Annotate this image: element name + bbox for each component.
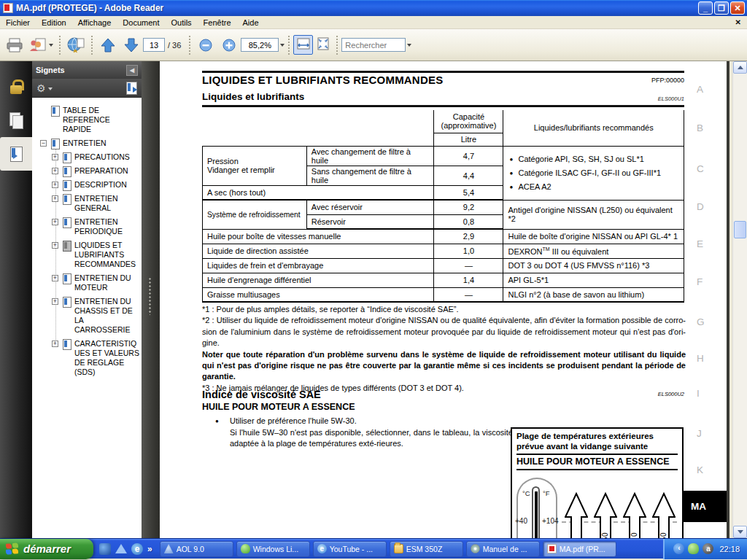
footnote-1: *1 : Pour de plus amples détails, se rep…	[202, 304, 686, 315]
search-input[interactable]	[341, 38, 406, 52]
bookmark-item-entretien-moteur[interactable]: + ENTRETIEN DU MOTEUR	[32, 271, 142, 295]
panel-splitter[interactable]	[142, 61, 160, 538]
task-button-windows-live[interactable]: Windows Li...	[236, 541, 310, 557]
celsius-label: °C	[522, 489, 530, 497]
bookmark-item-entretien-chassis[interactable]: + ENTRETIEN DU CHASSIS ET DE LA CARROSSE…	[32, 295, 142, 337]
expand-expander-icon[interactable]: +	[52, 195, 58, 202]
bookmarks-tab[interactable]	[0, 137, 32, 171]
arrow-down-icon	[123, 37, 139, 53]
title-rule-top	[202, 71, 684, 73]
close-document-icon[interactable]: ✕	[735, 18, 741, 26]
bookmark-item-entretien-general[interactable]: + ENTRETIEN GENERAL	[32, 192, 142, 215]
menu-edition[interactable]: Edition	[36, 17, 72, 28]
next-page-button[interactable]	[120, 34, 143, 57]
menu-fenetre[interactable]: Fenêtre	[198, 17, 237, 28]
zoom-caret-icon[interactable]	[280, 44, 285, 49]
internet-explorer-icon[interactable]: e	[131, 543, 143, 555]
page-number-input[interactable]	[143, 38, 165, 52]
expand-expander-icon[interactable]: +	[52, 219, 58, 225]
expand-expander-icon[interactable]: +	[52, 182, 58, 188]
menu-aide[interactable]: Aide	[237, 17, 265, 28]
aol-quick-icon[interactable]	[115, 544, 127, 553]
scroll-up-button[interactable]	[733, 61, 747, 74]
cell-cooling-system: Système de refroidissement	[203, 200, 307, 229]
share-button[interactable]	[26, 34, 55, 57]
fit-page-icon	[316, 36, 330, 54]
menu-affichage[interactable]: Affichage	[72, 17, 117, 28]
menu-bar: Fichier Edition Affichage Document Outil…	[0, 16, 747, 29]
expand-expander-icon[interactable]: +	[52, 154, 58, 160]
window-title: MA.pdf (PROTEGE) - Adobe Reader	[16, 3, 697, 13]
table-header-empty	[203, 110, 434, 146]
bookmark-item-entretien[interactable]: − ENTRETIEN	[32, 136, 142, 150]
panel-toolbar: ⚙	[32, 79, 142, 98]
collapse-panel-button[interactable]: ◀	[126, 65, 138, 76]
menu-fichier[interactable]: Fichier	[0, 17, 36, 28]
expand-expander-icon[interactable]: +	[52, 275, 58, 281]
close-button[interactable]: ✕	[730, 1, 745, 15]
gear-caret-icon[interactable]	[48, 88, 53, 93]
scrollbar-thumb[interactable]	[734, 221, 746, 238]
zoom-out-button[interactable]	[194, 34, 217, 57]
chevron-more-icon[interactable]: »	[147, 544, 152, 554]
margin-letter: H	[697, 353, 704, 364]
bookmark-item-table-de-reference[interactable]: TABLE DE REFERENCE RAPIDE	[32, 104, 142, 136]
bookmark-item-preparation[interactable]: + PREPARATION	[32, 164, 142, 178]
bookmark-item-precautions[interactable]: + PRECAUTIONS	[32, 150, 142, 164]
thermometer-tube	[532, 486, 540, 538]
globe-star-icon	[66, 36, 85, 54]
bookmark-item-description[interactable]: + DESCRIPTION	[32, 178, 142, 192]
task-button-esm-350z[interactable]: ESM 350Z	[390, 541, 463, 557]
task-button-ma-pdf[interactable]: MA.pdf (PR...	[543, 541, 616, 557]
bookmark-item-caracteristiques[interactable]: + CARACTERISTIQUES ET VALEURS DE REGLAGE…	[32, 337, 142, 379]
internet-explorer-icon: e	[317, 544, 327, 553]
lock-icon	[10, 79, 22, 94]
task-button-youtube[interactable]: e YouTube - ...	[313, 541, 387, 557]
fit-page-button[interactable]	[313, 35, 333, 55]
expand-expander-icon[interactable]: +	[52, 298, 58, 305]
pages-tab[interactable]	[0, 104, 32, 137]
scroll-down-button[interactable]	[733, 526, 747, 538]
splitter-handle-icon[interactable]	[148, 277, 152, 315]
task-button-manuel[interactable]: Manuel de ...	[466, 541, 540, 557]
margin-letter: G	[697, 316, 705, 327]
search-caret-icon[interactable]	[407, 44, 411, 49]
print-button[interactable]	[3, 34, 26, 57]
menu-outils[interactable]: Outils	[165, 17, 197, 28]
minimize-button[interactable]: _	[698, 1, 713, 15]
nav-strip	[0, 61, 32, 538]
collapse-expander-icon[interactable]: −	[40, 140, 47, 147]
scrollbar-track[interactable]	[733, 74, 747, 526]
expand-expander-icon[interactable]: +	[52, 168, 58, 174]
zoom-level-input[interactable]	[241, 38, 279, 52]
sae-bullet-paragraph: Si l'huile 5W–30 n'est pas disponible, s…	[230, 427, 513, 448]
quick-launch-icon-1[interactable]	[99, 543, 111, 555]
task-button-aol[interactable]: AOL 9.0	[160, 541, 233, 557]
viscosity-arrow: W-50	[594, 492, 617, 538]
panel-title: Signets	[36, 66, 65, 74]
expand-expander-icon[interactable]: +	[52, 341, 58, 347]
restore-button[interactable]: ❐	[714, 1, 729, 15]
bookmark-item-liquides-lubrifiants[interactable]: + LIQUIDES ET LUBRIFIANTS RECOMMANDES	[32, 238, 142, 271]
folder-icon	[394, 544, 403, 553]
expand-bookmark-icon[interactable]	[126, 82, 137, 95]
zoom-in-button[interactable]	[217, 34, 241, 57]
toolbar-grip	[336, 35, 338, 55]
bookmark-item-entretien-periodique[interactable]: + ENTRETIEN PERIODIQUE	[32, 215, 142, 238]
create-pdf-button[interactable]	[64, 34, 88, 57]
messenger-buddy-icon[interactable]	[688, 543, 699, 554]
vertical-scrollbar[interactable]	[732, 61, 747, 538]
previous-page-button[interactable]	[96, 34, 120, 57]
hide-icons-chevron[interactable]: ‹	[673, 543, 684, 554]
search-box	[341, 38, 411, 52]
gear-icon[interactable]: ⚙	[36, 83, 46, 93]
tray-a-icon[interactable]: a	[703, 543, 713, 554]
fit-width-button[interactable]	[293, 35, 313, 55]
system-tray: ‹ a 22:18	[663, 539, 747, 559]
expand-expander-icon[interactable]: +	[52, 242, 58, 249]
protection-tab[interactable]	[0, 70, 32, 104]
menu-document[interactable]: Document	[117, 17, 165, 28]
start-button[interactable]: démarrer	[0, 539, 93, 559]
viscosity-arrow	[565, 492, 588, 538]
panel-header: Signets ◀	[32, 61, 142, 79]
